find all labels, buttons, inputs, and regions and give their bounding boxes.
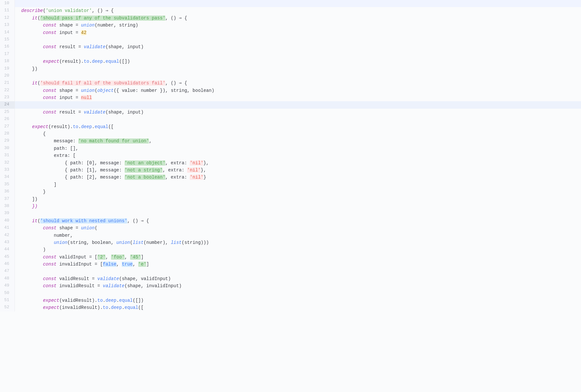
code-line: const invalidResult = validate(shape, in… xyxy=(15,282,581,289)
code-token xyxy=(21,153,54,158)
table-row: 17 xyxy=(0,51,581,58)
code-line: it('should fail if all of the subvalidat… xyxy=(15,80,581,87)
code-token: validate xyxy=(103,283,125,289)
code-token: { path: [1], message: xyxy=(21,168,125,173)
code-token: equal xyxy=(125,305,138,310)
code-line: expect(validResult).to.deep.equal([]) xyxy=(15,297,581,304)
line-number: 40 xyxy=(0,217,15,224)
code-token: message xyxy=(54,138,73,144)
code-token: to xyxy=(103,305,108,310)
code-token xyxy=(21,44,43,49)
table-row: 16 const result = validate(shape, input) xyxy=(0,43,581,50)
table-row: 20 xyxy=(0,72,581,80)
code-line xyxy=(15,51,581,58)
code-token: union xyxy=(81,225,95,231)
code-token: const xyxy=(43,30,57,35)
code-token: const xyxy=(43,276,57,281)
code-token xyxy=(21,30,43,35)
table-row: 47 xyxy=(0,268,581,275)
code-token: ( xyxy=(95,23,97,28)
code-token: number xyxy=(146,240,162,245)
code-token: ( xyxy=(95,88,97,93)
code-token: union xyxy=(81,88,95,93)
line-number: 39 xyxy=(0,210,15,217)
line-number: 43 xyxy=(0,239,15,246)
code-line: ) xyxy=(15,246,581,253)
code-line: ]) xyxy=(15,196,581,203)
code-token: ) xyxy=(212,88,214,93)
code-token: const xyxy=(43,23,57,28)
code-token: result xyxy=(51,124,67,129)
code-token: const xyxy=(43,110,57,115)
table-row: 35 ] xyxy=(0,181,581,188)
line-number: 31 xyxy=(0,152,15,159)
code-token: shape, invalidInput xyxy=(127,283,179,289)
line-number: 17 xyxy=(0,51,15,58)
code-token: const xyxy=(43,262,57,267)
line-number: 25 xyxy=(0,109,15,116)
code-token: , () xyxy=(127,218,141,223)
code-line: } xyxy=(15,188,581,195)
table-row: 19 }) xyxy=(0,65,581,72)
code-token: ] xyxy=(146,262,149,267)
code-token: const xyxy=(43,255,57,260)
code-line: { path: [0], message: 'not an object', e… xyxy=(15,159,581,167)
code-token xyxy=(21,16,32,21)
code-line: const shape = union(number, string) xyxy=(15,22,581,29)
table-row: 34 { path: [2], message: 'not a boolean'… xyxy=(0,174,581,181)
code-token: to xyxy=(73,124,78,129)
code-line: ] xyxy=(15,181,581,188)
code-token: it xyxy=(32,81,38,86)
code-token: invalidResult = xyxy=(57,283,103,289)
code-token xyxy=(21,255,43,260)
code-token: ( xyxy=(59,59,62,64)
line-number: 16 xyxy=(0,43,15,50)
code-token: } xyxy=(21,189,46,194)
code-token: 'not an object' xyxy=(125,160,165,166)
code-line: path: [], xyxy=(15,145,581,152)
code-token xyxy=(21,204,32,209)
code-token: result = xyxy=(57,44,84,49)
code-token: ) xyxy=(179,283,182,289)
code-token: path xyxy=(54,146,65,151)
table-row: 10 xyxy=(0,0,581,7)
code-token: 'should work with nested unions' xyxy=(40,218,127,223)
code-token: , xyxy=(149,138,151,144)
code-line: { path: [1], message: 'not a string', ex… xyxy=(15,167,581,174)
line-number: 37 xyxy=(0,196,15,203)
table-row: 44 ) xyxy=(0,246,581,253)
line-number: 19 xyxy=(0,65,15,72)
code-token: invalidResult xyxy=(62,305,97,310)
code-token: const xyxy=(43,88,57,93)
code-token: }) xyxy=(21,66,38,71)
code-token xyxy=(21,218,32,223)
line-number: 29 xyxy=(0,137,15,145)
code-token: ) xyxy=(135,23,138,28)
code-token: validate xyxy=(84,110,106,115)
line-number: 12 xyxy=(0,15,15,22)
code-token: deep xyxy=(111,305,122,310)
table-row: 28 { xyxy=(0,130,581,137)
code-token: '2' xyxy=(97,255,106,260)
code-line: message: 'no match found for union', xyxy=(15,137,581,145)
code-token: ] xyxy=(141,255,143,260)
code-token: ( xyxy=(182,240,184,245)
line-number: 15 xyxy=(0,36,15,43)
code-token xyxy=(21,81,32,86)
code-token: 'nil' xyxy=(190,175,203,180)
code-token xyxy=(21,262,43,267)
code-token: . xyxy=(117,298,119,303)
code-token: false xyxy=(103,262,117,267)
code-line: describe('union validator', () ⇒ { xyxy=(15,7,581,14)
code-token: validate xyxy=(97,276,119,281)
table-row: 12 it('should pass if any of the subvali… xyxy=(0,15,581,22)
code-line: { path: [2], message: 'not a boolean', e… xyxy=(15,174,581,181)
code-token: . xyxy=(89,59,92,64)
table-row: 43 union(string, boolean, union(list(num… xyxy=(0,239,581,246)
table-row: 51 expect(validResult).to.deep.equal([]) xyxy=(0,297,581,304)
code-token: : xyxy=(73,138,78,144)
line-number: 23 xyxy=(0,94,15,101)
code-token: invalidInput = [ xyxy=(57,262,103,267)
table-row: 45 const validInput = ['2', 'foo', '45'] xyxy=(0,254,581,261)
code-token: ). xyxy=(92,298,97,303)
